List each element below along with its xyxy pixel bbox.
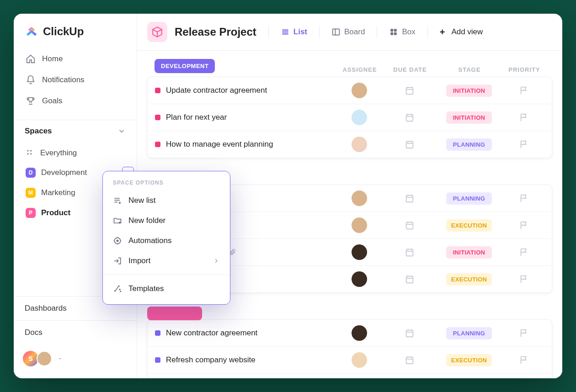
status-dot[interactable] <box>155 357 160 363</box>
due-date-cell[interactable] <box>384 220 435 230</box>
popover-import[interactable]: Import <box>103 251 230 271</box>
stage-pill[interactable]: INITIATION <box>446 85 492 97</box>
calendar-icon[interactable] <box>405 328 415 338</box>
nav-home[interactable]: Home <box>21 49 129 69</box>
popover-automations[interactable]: Automations <box>103 231 230 251</box>
status-dot[interactable] <box>155 142 160 147</box>
calendar-icon[interactable] <box>405 139 415 149</box>
svg-point-24 <box>119 289 120 290</box>
popover-templates[interactable]: Templates <box>103 279 230 299</box>
status-dot[interactable] <box>155 88 160 93</box>
calendar-icon[interactable] <box>405 220 415 230</box>
brand-logo[interactable]: ClickUp <box>14 25 137 48</box>
due-date-cell[interactable] <box>384 274 435 284</box>
due-date-cell[interactable] <box>384 247 435 257</box>
stage-pill[interactable]: INITIATION <box>446 246 492 259</box>
priority-cell[interactable] <box>503 355 544 365</box>
task-row[interactable]: Update key objectives5 EXECUTION <box>148 373 552 378</box>
stage-pill[interactable]: PLANNING <box>446 327 492 339</box>
priority-cell[interactable] <box>503 193 544 203</box>
project-icon[interactable] <box>147 22 167 42</box>
space-everything[interactable]: Everything <box>21 144 129 162</box>
flag-icon[interactable] <box>519 85 529 95</box>
task-row[interactable]: New contractor agreementPLANNING <box>148 320 552 346</box>
svg-point-25 <box>120 291 121 292</box>
chevron-right-icon <box>213 257 220 265</box>
flag-icon[interactable] <box>519 247 529 257</box>
task-row[interactable]: How to manage event planningPLANNING <box>148 131 552 158</box>
flag-icon[interactable] <box>519 220 529 230</box>
flag-icon[interactable] <box>519 112 529 122</box>
import-icon <box>113 256 122 265</box>
assignee-avatar[interactable] <box>352 217 367 233</box>
assignee-avatar[interactable] <box>352 83 367 98</box>
task-row[interactable]: Plan for next yearINITIATION <box>148 104 552 131</box>
user-switcher[interactable]: S <box>14 344 137 371</box>
view-board[interactable]: Board <box>327 25 369 39</box>
space-label: Product <box>41 208 70 217</box>
flag-icon[interactable] <box>519 355 529 365</box>
assignee-avatar[interactable] <box>352 325 367 341</box>
due-date-cell[interactable] <box>384 355 435 365</box>
stage-pill[interactable]: INITIATION <box>446 111 492 124</box>
plus-icon: + <box>440 27 445 37</box>
space-label: Development <box>41 168 87 177</box>
stage-pill[interactable]: EXECUTION <box>446 219 492 232</box>
stage-pill[interactable]: PLANNING <box>446 138 492 151</box>
group-chip[interactable]: DEVELOPMENT <box>155 59 215 73</box>
assignee-avatar[interactable] <box>352 191 367 206</box>
nav-docs[interactable]: Docs <box>14 320 137 344</box>
calendar-icon[interactable] <box>405 112 415 122</box>
priority-cell[interactable] <box>503 139 544 149</box>
flag-icon[interactable] <box>519 328 529 338</box>
priority-cell[interactable] <box>503 85 544 95</box>
priority-cell[interactable] <box>503 112 544 122</box>
flag-icon[interactable] <box>519 193 529 203</box>
svg-point-3 <box>30 153 32 154</box>
stage-pill[interactable]: EXECUTION <box>446 354 492 366</box>
view-label: Board <box>344 27 365 37</box>
task-title: New contractor agreement <box>166 328 257 338</box>
priority-cell[interactable] <box>503 220 544 230</box>
assignee-avatar[interactable] <box>352 110 367 125</box>
task-row[interactable]: Update contractor agreementINITIATION <box>148 77 552 104</box>
separator <box>377 26 377 38</box>
spaces-header[interactable]: Spaces <box>14 120 137 142</box>
calendar-icon[interactable] <box>405 247 415 257</box>
assignee-avatar[interactable] <box>352 352 367 368</box>
popover-new-list[interactable]: New list <box>103 191 230 211</box>
flag-icon[interactable] <box>519 139 529 149</box>
calendar-icon[interactable] <box>405 193 415 203</box>
assignee-avatar[interactable] <box>352 244 367 260</box>
space-label: Everything <box>40 148 77 158</box>
nav-notifications[interactable]: Notifications <box>21 70 129 90</box>
stage-pill[interactable]: EXECUTION <box>446 273 492 286</box>
due-date-cell[interactable] <box>384 193 435 203</box>
popover-new-folder[interactable]: New folder <box>103 211 230 231</box>
due-date-cell[interactable] <box>384 328 435 338</box>
priority-cell[interactable] <box>503 328 544 338</box>
priority-cell[interactable] <box>503 274 544 284</box>
calendar-icon[interactable] <box>405 355 415 365</box>
stage-pill[interactable]: PLANNING <box>446 192 492 205</box>
priority-cell[interactable] <box>503 247 544 257</box>
due-date-cell[interactable] <box>384 112 435 122</box>
due-date-cell[interactable] <box>384 139 435 149</box>
assignee-avatar[interactable] <box>352 271 367 287</box>
add-view-label: Add view <box>451 27 483 37</box>
task-title: Update contractor agreement <box>166 86 267 95</box>
task-row[interactable]: Refresh company websiteEXECUTION <box>148 346 552 373</box>
flag-icon[interactable] <box>519 274 529 284</box>
view-box[interactable]: Box <box>384 25 420 39</box>
add-view-button[interactable]: + Add view <box>435 24 488 40</box>
nav-goals[interactable]: Goals <box>21 91 129 111</box>
due-date-cell[interactable] <box>384 85 435 95</box>
status-dot[interactable] <box>155 115 160 120</box>
status-dot[interactable] <box>155 330 160 336</box>
assignee-avatar[interactable] <box>352 137 367 152</box>
view-list[interactable]: List <box>276 25 312 39</box>
automations-icon <box>113 236 122 245</box>
calendar-icon[interactable] <box>405 85 415 95</box>
group-chip[interactable] <box>147 307 202 320</box>
calendar-icon[interactable] <box>405 274 415 284</box>
